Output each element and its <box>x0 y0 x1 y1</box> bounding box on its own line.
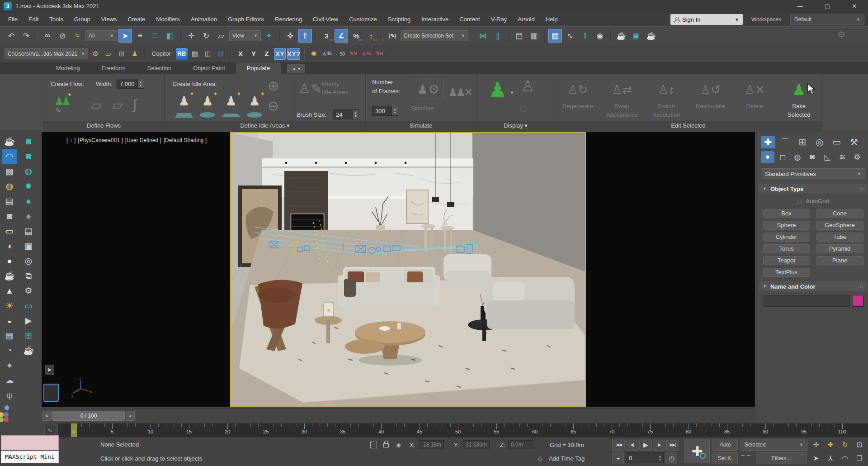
maxscript-mini-listener[interactable] <box>1 435 59 450</box>
selection-filter-dropdown[interactable]: All▼ <box>85 30 117 41</box>
vray-camera-list-icon[interactable]: ▤ <box>2 194 17 209</box>
key-step-toggle-icon[interactable]: ◂▸ <box>612 452 624 464</box>
spinner-snap-icon[interactable]: ↕ <box>364 29 378 43</box>
vray-lightmix-icon[interactable]: ◍ <box>2 179 17 194</box>
maximize-viewport-icon[interactable]: ❒ <box>853 452 866 464</box>
menu-modifiers[interactable]: Modifiers <box>151 13 185 26</box>
selection-lock-icon[interactable] <box>381 439 392 449</box>
viewport-label-0[interactable]: [ + ] <box>66 137 75 143</box>
bake-selected-button[interactable]: ♟BakeSelected <box>777 74 821 119</box>
teapot-outline-icon[interactable]: ☕ <box>21 343 36 358</box>
render-setup-icon[interactable]: ☕ <box>614 29 628 43</box>
define-idle-areas-panel-label[interactable]: Define Idle Areas ▾ <box>165 121 365 130</box>
set-key-button[interactable]: Set K. <box>712 452 738 464</box>
primitive-button-sphere[interactable]: Sphere <box>763 221 810 230</box>
viewport-label-1[interactable]: [PhysCamera001 ] <box>78 137 123 143</box>
layout-split-icon[interactable]: ⊞ <box>21 328 36 343</box>
layer-manager-icon[interactable]: ▤ <box>512 29 526 43</box>
menu-group[interactable]: Group <box>69 13 96 26</box>
chaos-camera-add-icon[interactable]: ◙ <box>21 149 36 164</box>
schematic-view-icon[interactable]: ⇩ <box>578 29 592 43</box>
primitive-button-geosphere[interactable]: GeoSphere <box>816 221 863 230</box>
rb-render-icon[interactable]: RB <box>176 48 188 60</box>
simulate-button-label[interactable]: Simulate <box>411 105 434 112</box>
ribbon-tab-freeform[interactable]: Freeform <box>91 62 137 74</box>
render-icon[interactable]: ☕ <box>644 29 658 43</box>
vray-render-elements-icon[interactable]: ▩ <box>2 164 17 179</box>
bitmap-stack-icon[interactable]: ⧉ <box>21 268 36 283</box>
ribbon-tab-modeling[interactable]: Modeling <box>45 62 91 74</box>
primitive-button-box[interactable]: Box <box>763 209 810 218</box>
orbit-icon[interactable]: ↻ <box>838 439 852 451</box>
set-keys-button[interactable]: ✚ <box>684 439 710 463</box>
walk-through-icon[interactable]: ⅄ <box>824 452 837 464</box>
previous-frame-button[interactable]: ◀| <box>626 439 638 451</box>
simulate-panel-label[interactable]: Simulate <box>366 121 476 130</box>
chaos-light-icon[interactable]: ◍ <box>21 164 36 179</box>
create-ramp-icon[interactable]: ▱ <box>112 97 123 113</box>
light-settings-icon[interactable]: ⚙ <box>21 283 36 298</box>
viewport-label-3[interactable]: [Default Shading ] <box>164 137 207 143</box>
hierarchy-tab[interactable]: ⊞ <box>795 136 810 148</box>
create-tab[interactable]: ✚ <box>761 136 775 148</box>
unlink-selection-icon[interactable]: ⊘ <box>56 29 69 43</box>
menu-arnold[interactable]: Arnold <box>512 13 540 26</box>
number-of-frames-value[interactable]: 300 <box>372 106 392 116</box>
utilities-tab[interactable]: ⚒ <box>847 136 861 148</box>
create-seated-idle-area-icon[interactable]: ♟ <box>174 91 194 119</box>
zoom-region-icon[interactable]: ⊡ <box>853 439 866 451</box>
sign-in-dropdown[interactable]: Sign In ▼ <box>670 14 743 25</box>
fov-icon[interactable]: ◠ <box>838 452 852 464</box>
camera-view[interactable] <box>230 132 586 407</box>
simulate-icon[interactable]: ♟⚙ <box>413 80 443 99</box>
axis-z-button[interactable]: Z <box>261 48 273 60</box>
subtract-idle-area-icon[interactable]: ⊖ <box>268 98 279 114</box>
key-set-dropdown[interactable]: Selected ▼ <box>741 439 807 451</box>
menu-animation[interactable]: Animation <box>185 13 222 26</box>
script-angle45-blue-icon[interactable]: ∡45 <box>321 48 333 60</box>
rectangular-selection-region-icon[interactable]: □ <box>148 29 162 43</box>
forest-list-icon[interactable]: ▤ <box>21 223 36 238</box>
next-frame-button[interactable]: |▶ <box>653 439 665 451</box>
primitive-button-cylinder[interactable]: Cylinder <box>763 233 810 242</box>
menu-help[interactable]: Help <box>540 13 563 26</box>
menu-file[interactable]: File <box>3 13 23 26</box>
create-idle-area-ellipse-icon[interactable]: ♟ <box>244 91 265 119</box>
material-editor-icon[interactable]: ◉ <box>593 29 607 43</box>
menu-create[interactable]: Create <box>122 13 151 26</box>
primitive-button-pyramid[interactable]: Pyramid <box>816 244 863 253</box>
primitives-dropdown[interactable]: Standard Primitives ▼ <box>761 168 865 179</box>
select-object-icon[interactable]: ➤ <box>118 29 132 43</box>
expand-toolbar-button[interactable]: ▶ <box>45 365 54 375</box>
ribbon-toggle-icon[interactable]: ▦ <box>548 29 562 43</box>
select-and-manipulate-icon[interactable]: ✜ <box>283 29 297 43</box>
vray-clipper-icon[interactable]: ◔ <box>2 343 17 358</box>
auto-key-button[interactable]: Auto <box>712 439 738 451</box>
axis-y-button[interactable]: Y <box>248 48 259 60</box>
previous-frame-slider-button[interactable]: < <box>42 411 52 421</box>
chaos-sun-icon[interactable]: ✹ <box>21 179 36 194</box>
spinner-arrows-icon[interactable]: ▲▼ <box>353 109 359 119</box>
play-button[interactable]: ▶ <box>639 439 652 451</box>
workspaces-dropdown[interactable]: Default ▼ <box>790 14 864 25</box>
table-tool-icon[interactable]: ⊟ <box>215 48 227 60</box>
close-button[interactable]: ✕ <box>843 0 866 13</box>
viewport-layout-tab-button[interactable] <box>43 384 59 402</box>
chaos-camera-icon[interactable]: ◙ <box>21 134 36 149</box>
ribbon-tab-populate[interactable]: Populate <box>236 62 281 74</box>
regenerate-button[interactable]: ♙↻Regenerate <box>556 74 599 119</box>
pan-hand-icon[interactable]: ✥ <box>824 439 837 451</box>
script-folder-icon[interactable]: ▱ <box>103 48 114 60</box>
next-frame-slider-button[interactable]: > <box>126 411 135 421</box>
display-panel-label[interactable]: Display ▾ <box>476 121 555 130</box>
time-slider-knob[interactable]: 0 / 100 <box>52 411 125 421</box>
zoom-extents-icon[interactable]: ➤ <box>809 452 823 464</box>
default-tangents-icon[interactable]: ⌒⌒ <box>741 453 751 463</box>
vray-render-icon[interactable]: ☕ <box>2 134 17 149</box>
bind-to-space-warp-icon[interactable]: ≈ <box>71 29 84 43</box>
menu-v-ray[interactable]: V-Ray <box>486 13 512 26</box>
edit-selected-panel-label[interactable]: Edit Selected <box>555 121 821 130</box>
vray-instancer-icon[interactable]: ▦ <box>2 328 17 343</box>
add-time-tag[interactable]: Add Time Tag <box>549 455 585 462</box>
percent-snap-icon[interactable]: % <box>349 29 363 43</box>
